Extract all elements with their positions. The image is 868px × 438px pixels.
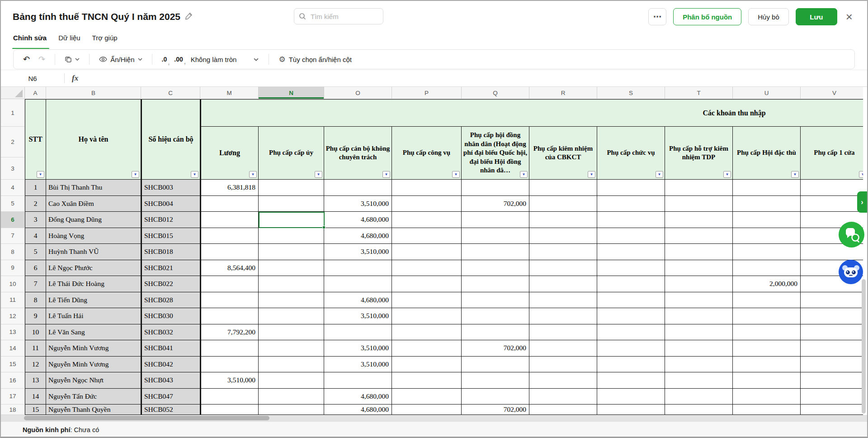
rounding-dropdown[interactable]: Không làm tròn (188, 54, 262, 65)
cell-C7[interactable]: SHCB015 (141, 228, 200, 244)
cell-B15[interactable]: Nguyễn Minh Vương (46, 357, 141, 373)
cell-R15[interactable] (529, 357, 597, 373)
cell-Q13[interactable] (462, 324, 529, 341)
filter-icon[interactable]: ▼ (656, 171, 663, 178)
cell-Q11[interactable] (462, 292, 529, 309)
undo-button[interactable]: ↶ (21, 53, 32, 65)
cell-R5[interactable] (529, 196, 597, 212)
cell-B8[interactable]: Huỳnh Thanh VŨ (46, 244, 141, 260)
cell-V18[interactable] (801, 405, 863, 415)
cell-N12[interactable] (259, 308, 324, 324)
row-header-16[interactable]: 16 (1, 372, 24, 389)
cell-C10[interactable]: SHCB022 (141, 276, 200, 292)
filter-icon[interactable]: ▼ (723, 171, 731, 178)
cell-S9[interactable] (597, 260, 665, 276)
column-header-B[interactable]: B (46, 87, 141, 99)
column-header-T[interactable]: T (665, 87, 733, 99)
cell-P12[interactable] (392, 308, 462, 324)
cell-P8[interactable] (392, 244, 462, 260)
cell-B10[interactable]: Lê Thái Đức Hoàng (46, 276, 141, 292)
cell-Q18[interactable]: 702,000 (462, 405, 529, 415)
row-header-3[interactable]: 3 (1, 157, 24, 180)
cell-Q15[interactable] (462, 357, 529, 373)
cell-R6[interactable] (529, 212, 597, 228)
cell-A18[interactable]: 15 (25, 405, 46, 415)
cancel-button[interactable]: Hủy bỏ (748, 8, 789, 25)
header-cell-luong[interactable]: Lương▼ (200, 127, 259, 180)
cell-N11[interactable] (259, 292, 324, 309)
cell-R8[interactable] (529, 244, 597, 260)
cell-U14[interactable] (733, 340, 801, 357)
cell-U10[interactable]: 2,000,000 (733, 276, 801, 292)
cell-N8[interactable] (259, 244, 324, 260)
cell-B13[interactable]: Lê Văn Sang (46, 324, 141, 341)
cell-T6[interactable] (665, 212, 733, 228)
cell-N14[interactable] (259, 340, 324, 357)
cell-R11[interactable] (529, 292, 597, 309)
cell-B16[interactable]: Nguyễn Ngọc Nhựt (46, 372, 141, 389)
cell-M11[interactable] (200, 292, 259, 309)
row-header-14[interactable]: 14 (1, 340, 24, 357)
cell-P4[interactable] (392, 180, 462, 196)
cell-O14[interactable]: 3,510,000 (324, 340, 392, 357)
row-header-2[interactable]: 2 (1, 127, 24, 157)
cell-B5[interactable]: Cao Xuân Điềm (46, 196, 141, 212)
cell-U8[interactable] (733, 244, 801, 260)
cell-A16[interactable]: 13 (25, 372, 46, 389)
header-cell-pc-cap-uy[interactable]: Phụ cấp cấp ủy▼ (259, 127, 324, 180)
redo-button[interactable]: ↷ (36, 53, 47, 65)
cell-U11[interactable] (733, 292, 801, 309)
cell-T5[interactable] (665, 196, 733, 212)
cell-T11[interactable] (665, 292, 733, 309)
cell-V14[interactable] (801, 340, 863, 357)
cell-T8[interactable] (665, 244, 733, 260)
search-box[interactable] (294, 8, 383, 24)
cell-U18[interactable] (733, 405, 801, 415)
cell-C11[interactable]: SHCB028 (141, 292, 200, 309)
cell-O16[interactable] (324, 372, 392, 389)
cell-A7[interactable]: 4 (25, 228, 46, 244)
horizontal-scrollbar[interactable] (1, 415, 868, 421)
cell-B12[interactable]: Lê Tuấn Hải (46, 308, 141, 324)
filter-icon[interactable]: ▼ (382, 171, 390, 178)
header-cell-pc-kiem-nhiem-cbkct[interactable]: Phụ cấp kiêm nhiệm của CBKCT▼ (529, 127, 597, 180)
cell-R9[interactable] (529, 260, 597, 276)
cell-M14[interactable] (200, 340, 259, 357)
row-header-4[interactable]: 4 (1, 180, 24, 196)
header-cell-income-group[interactable]: Các khoản thu nhập (200, 99, 863, 127)
save-button[interactable]: Lưu (796, 8, 837, 25)
edit-title-icon[interactable] (185, 12, 193, 22)
header-cell-pc-hoi-dac-thu[interactable]: Phụ cấp Hội đặc thù▼ (733, 127, 801, 180)
cell-S5[interactable] (597, 196, 665, 212)
cell-A6[interactable]: 3 (25, 212, 46, 228)
cell-A14[interactable]: 11 (25, 340, 46, 357)
cell-Q10[interactable] (462, 276, 529, 292)
cell-T4[interactable] (665, 180, 733, 196)
filter-icon[interactable]: ▼ (132, 171, 139, 178)
row-header-5[interactable]: 5 (1, 196, 24, 212)
cell-O5[interactable]: 3,510,000 (324, 196, 392, 212)
cell-P5[interactable] (392, 196, 462, 212)
cell-Q5[interactable]: 702,000 (462, 196, 529, 212)
cell-P14[interactable] (392, 340, 462, 357)
column-visibility-button[interactable]: ⚙ Tùy chọn ẩn/hiện cột (276, 54, 354, 65)
cell-M13[interactable]: 7,792,200 (200, 324, 259, 341)
row-header-1[interactable]: 1 (1, 99, 24, 127)
cell-C13[interactable]: SHCB032 (141, 324, 200, 341)
row-header-7[interactable]: 7 (1, 228, 24, 244)
decrease-decimal-button[interactable]: .0↓ (160, 54, 168, 65)
header-cell-stt[interactable]: STT▼ (25, 99, 46, 180)
filter-icon[interactable]: ▼ (315, 171, 322, 178)
row-header-13[interactable]: 13 (1, 324, 24, 341)
cell-T13[interactable] (665, 324, 733, 341)
cell-O18[interactable]: 4,680,000 (324, 405, 392, 415)
cell-U6[interactable] (733, 212, 801, 228)
row-header-18[interactable]: 18 (1, 405, 24, 415)
column-header-N[interactable]: N (259, 87, 324, 99)
cell-A9[interactable]: 6 (25, 260, 46, 276)
cell-O9[interactable] (324, 260, 392, 276)
cell-N10[interactable] (259, 276, 324, 292)
cell-R16[interactable] (529, 372, 597, 389)
filter-icon[interactable]: ▼ (452, 171, 460, 178)
cell-S13[interactable] (597, 324, 665, 341)
